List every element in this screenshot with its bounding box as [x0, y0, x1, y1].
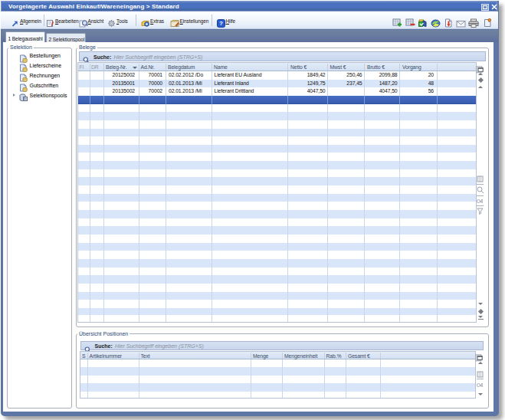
svg-text:?: ? — [219, 20, 223, 27]
